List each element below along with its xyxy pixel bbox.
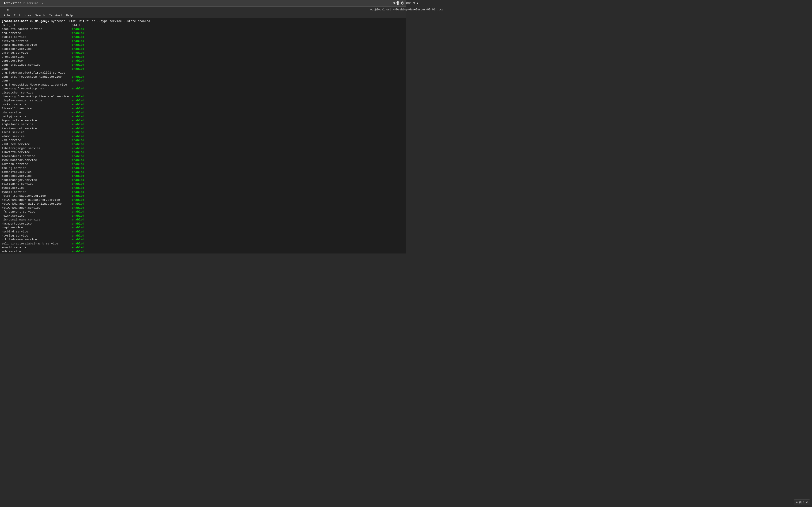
service-state: enabled <box>72 242 84 246</box>
service-state: enabled <box>72 55 84 59</box>
table-row: lvm2-monitor.serviceenabled <box>2 158 404 162</box>
service-name: mariadb.service <box>2 162 72 166</box>
service-state: enabled <box>72 130 84 134</box>
service-name: nfs-convert.service <box>2 210 72 214</box>
table-row: NetworkManager-dispatcher.serviceenabled <box>2 198 404 202</box>
menu-help[interactable]: Help <box>64 13 74 18</box>
window-titlebar: — ▣ root@localhost:~/Desktop/GameServer/… <box>0 7 406 13</box>
service-name: selinux-autorelabel-mark.service <box>2 242 72 246</box>
minimize-button[interactable]: — <box>2 8 6 12</box>
table-row: iscsi.serviceenabled <box>2 130 404 134</box>
service-name: dbus-org.freedesktop.ModemManager1.servi… <box>2 79 72 87</box>
service-name: crond.service <box>2 55 72 59</box>
service-name: atd.service <box>2 31 72 35</box>
menu-search[interactable]: Search <box>33 13 47 18</box>
table-row: kdump.serviceenabled <box>2 134 404 138</box>
terminal-indicator: □ Terminal ▾ <box>23 2 43 5</box>
service-state: enabled <box>72 134 84 138</box>
service-state: enabled <box>72 95 84 99</box>
service-name: getty@.service <box>2 115 72 119</box>
system-bar: Activities □ Terminal ▾ Apr 23 00:59 ● ⚿… <box>0 0 406 6</box>
table-row: dbus-org.freedesktop.Avahi.serviceenable… <box>2 75 404 79</box>
service-state: enabled <box>72 99 84 103</box>
menu-view[interactable]: View <box>23 13 33 18</box>
table-row: NetworkManager-wait-online.serviceenable… <box>2 202 404 206</box>
table-row: ksmtuned.serviceenabled <box>2 143 404 147</box>
service-state: enabled <box>72 35 84 39</box>
service-state: enabled <box>72 147 84 151</box>
table-row: cups.serviceenabled <box>2 59 404 63</box>
service-name: multipathd.service <box>2 182 72 186</box>
table-row: auditd.serviceenabled <box>2 35 404 39</box>
table-row: docker.serviceenabled <box>2 103 404 107</box>
service-state: enabled <box>72 107 84 111</box>
service-state: enabled <box>72 178 84 182</box>
service-state: enabled <box>72 234 84 238</box>
table-row: dbus-org.fedoraproject.FirewallD1.servic… <box>2 67 404 75</box>
service-state: enabled <box>72 198 84 202</box>
service-state: enabled <box>72 103 84 107</box>
service-state: enabled <box>72 214 84 218</box>
service-name: firewalld.service <box>2 107 72 111</box>
activities-button[interactable]: Activities <box>2 1 23 5</box>
service-name: bluetooth.service <box>2 47 72 51</box>
service-name: smartd.service <box>2 245 72 250</box>
service-name: ksmtuned.service <box>2 143 72 147</box>
service-state: enabled <box>72 51 84 55</box>
table-row: mysqld.serviceenabled <box>2 190 404 194</box>
service-state: enabled <box>72 238 84 242</box>
service-name: docker.service <box>2 103 72 107</box>
service-state: enabled <box>72 154 84 159</box>
table-row: libvirtd.serviceenabled <box>2 150 404 154</box>
service-state: enabled <box>72 250 84 253</box>
service-name: libvirtd.service <box>2 150 72 154</box>
service-name: dbus-org.fedoraproject.FirewallD1.servic… <box>2 67 72 75</box>
service-name: dbus-org.freedesktop.Avahi.service <box>2 75 72 79</box>
table-row: mariadb.serviceenabled <box>2 162 404 166</box>
menu-edit[interactable]: Edit <box>12 13 22 18</box>
menu-file[interactable]: File <box>2 13 12 18</box>
table-row: mdmonitor.serviceenabled <box>2 170 404 174</box>
table-row: rhsmcertd.serviceenabled <box>2 222 404 226</box>
service-name: auditd.service <box>2 35 72 39</box>
service-state: enabled <box>72 226 84 230</box>
system-bar-clock: Apr 23 00:59 ● <box>394 2 406 5</box>
service-state: enabled <box>72 182 84 186</box>
service-name: libstoragemgmt.service <box>2 147 72 151</box>
table-row: mysql.serviceenabled <box>2 186 404 190</box>
menu-terminal[interactable]: Terminal <box>47 13 64 18</box>
table-header: UNIT_FILE STATE <box>2 23 404 27</box>
service-state: enabled <box>72 87 84 95</box>
service-name: mdmonitor.service <box>2 170 72 174</box>
service-name: NetworkManager.service <box>2 206 72 210</box>
service-name: mysql.service <box>2 186 72 190</box>
service-name: nginx.service <box>2 214 72 218</box>
window-title: root@localhost:~/Desktop/GameServer/00_0… <box>368 8 406 11</box>
table-row: crond.serviceenabled <box>2 55 404 59</box>
terminal-body[interactable]: [root@localhost 00_01_gcc]# systemctl li… <box>0 18 406 253</box>
table-row: avahi-daemon.serviceenabled <box>2 43 404 47</box>
service-state: enabled <box>72 194 84 198</box>
table-row: rtkit-daemon.serviceenabled <box>2 238 404 242</box>
service-state: enabled <box>72 218 84 222</box>
table-row: display-manager.serviceenabled <box>2 99 404 103</box>
window-icon: ▣ <box>7 8 9 11</box>
table-row: dbus-org.freedesktop.ModemManager1.servi… <box>2 79 404 87</box>
service-state: enabled <box>72 174 84 178</box>
service-state: enabled <box>72 31 84 35</box>
table-row: microcode.serviceenabled <box>2 174 404 178</box>
service-state: enabled <box>72 150 84 154</box>
table-row: smartd.serviceenabled <box>2 245 404 250</box>
service-name: kdump.service <box>2 134 72 138</box>
service-state: enabled <box>72 190 84 194</box>
table-row: nis-domainname.serviceenabled <box>2 218 404 222</box>
table-row: libstoragemgmt.serviceenabled <box>2 147 404 151</box>
service-name: iscsi-onboot.service <box>2 126 72 130</box>
service-name: gdm.service <box>2 111 72 115</box>
service-name: NetworkManager-dispatcher.service <box>2 198 72 202</box>
service-name: NetworkManager-wait-online.service <box>2 202 72 206</box>
service-state: enabled <box>72 39 84 43</box>
table-row: dbus-org.freedesktop.timedate1.serviceen… <box>2 95 404 99</box>
service-name: rsyslog.service <box>2 234 72 238</box>
service-name: rpcbind.service <box>2 230 72 234</box>
